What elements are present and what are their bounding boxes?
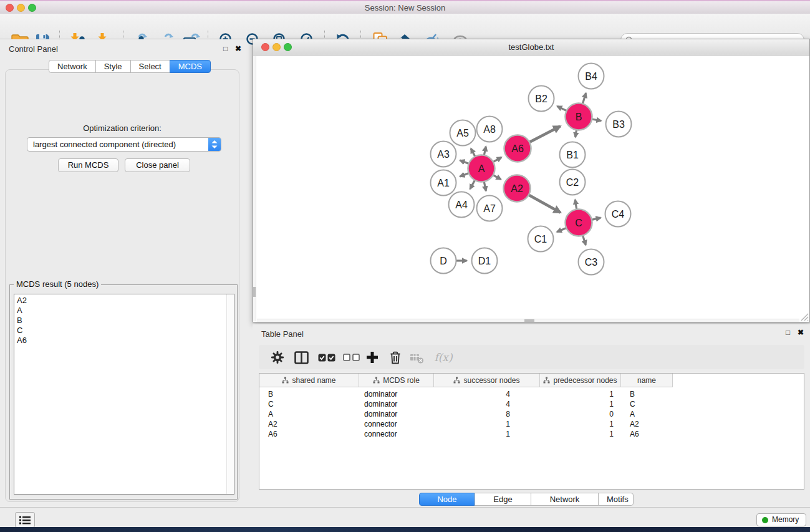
graph-edge[interactable] [484, 147, 486, 155]
memory-button[interactable]: Memory [756, 513, 806, 526]
table-header: shared name MCDS role successor nodes pr… [259, 374, 804, 387]
graph-edge[interactable] [470, 180, 475, 189]
tab-network-table[interactable]: Network Table [531, 493, 599, 506]
criterion-select[interactable]: largest connected component (directed) [27, 137, 221, 152]
mcds-result-group: MCDS result (5 nodes) A2ABCA6 [9, 284, 238, 500]
hierarchy-icon [543, 377, 550, 384]
close-panel-button[interactable]: Close panel [125, 158, 190, 172]
float-panel-icon[interactable]: □ [223, 44, 228, 53]
graph-edge[interactable] [493, 157, 501, 162]
list-icon [18, 515, 32, 526]
mcds-result-item[interactable]: A [17, 306, 225, 316]
function-icon[interactable]: f(x) [432, 349, 455, 365]
table-cell: A [621, 409, 673, 419]
table-row[interactable]: A2connector11A2 [259, 419, 804, 429]
graph-node-label: A7 [483, 203, 496, 214]
graph-edge[interactable] [493, 175, 501, 180]
column-header-mcds-role[interactable]: MCDS role [359, 374, 434, 387]
add-icon[interactable] [364, 349, 381, 365]
network-file-title: testGlobe.txt [253, 42, 809, 52]
graph-edge[interactable] [529, 126, 560, 142]
mcds-result-item[interactable]: A2 [17, 296, 225, 306]
gear-icon[interactable] [269, 349, 286, 365]
graph-edge[interactable] [529, 195, 561, 212]
graph-node-label: A6 [511, 143, 524, 154]
horizontal-scrollbar[interactable] [257, 319, 799, 322]
table-cell: 1 [540, 419, 621, 429]
mcds-result-item[interactable]: C [17, 326, 225, 336]
trash-icon[interactable] [387, 349, 404, 365]
graph-edge[interactable] [460, 173, 469, 177]
network-graph: B4B2BB3A8A5A6A3B1AC2A1A2A4A7C4CC1C3DD1 [254, 56, 809, 322]
deselect-all-icon[interactable] [340, 349, 362, 365]
table-cell: B [621, 389, 673, 399]
table-cell [673, 389, 804, 399]
table-row[interactable]: Adominator80A [259, 409, 804, 419]
graph-edge[interactable] [583, 235, 586, 244]
table-cell: 1 [434, 419, 540, 429]
table-cell: dominator [359, 389, 434, 399]
table-cell: 1 [540, 429, 621, 439]
tab-edge-table[interactable]: Edge Table [475, 493, 531, 506]
network-canvas[interactable]: B4B2BB3A8A5A6A3B1AC2A1A2A4A7C4CC1C3DD1 [254, 56, 809, 322]
vertical-scrollbar[interactable] [253, 56, 256, 321]
graph-node-label: B2 [535, 94, 547, 104]
column-header-shared-name[interactable]: shared name [259, 374, 359, 387]
graph-edge[interactable] [460, 160, 469, 163]
graph-node-label: B1 [566, 150, 579, 160]
network-window-titlebar[interactable]: testGlobe.txt [253, 39, 809, 56]
column-header-predecessor-nodes[interactable]: predecessor nodes [540, 374, 621, 387]
split-columns-icon[interactable] [292, 349, 310, 365]
memory-label: Memory [772, 515, 799, 524]
table-row[interactable]: Cdominator41C [259, 399, 804, 409]
table-cell: B [259, 389, 359, 399]
hierarchy-icon [453, 377, 460, 384]
graph-node-label: A4 [455, 200, 468, 210]
column-header-successor-nodes[interactable]: successor nodes [434, 374, 540, 387]
mcds-result-item[interactable]: A6 [17, 336, 225, 346]
network-view-window: testGlobe.txt B4B2BB3A8A5A6A3B1AC2A1A2A4… [253, 39, 810, 322]
table-row[interactable]: A6connector11A6 [259, 429, 804, 439]
table-row[interactable]: Bdominator41B [259, 389, 804, 399]
graph-edge[interactable] [592, 119, 601, 121]
graph-edge[interactable] [592, 218, 600, 220]
list-scrollbar[interactable] [226, 294, 234, 494]
table-cell: connector [359, 429, 434, 439]
table-cell: 1 [540, 389, 621, 399]
task-history-button[interactable] [15, 512, 35, 528]
mcds-result-item[interactable]: B [17, 316, 225, 326]
table-toolbar: f(x) [259, 345, 804, 369]
graph-edge[interactable] [575, 200, 576, 210]
resize-grip-icon[interactable] [800, 312, 809, 321]
tab-motifs[interactable]: Motifs [598, 493, 634, 506]
node-table: shared name MCDS role successor nodes pr… [259, 373, 804, 490]
run-mcds-button[interactable]: Run MCDS [58, 158, 118, 172]
table-cell [673, 409, 804, 419]
tab-network[interactable]: Network [49, 60, 96, 73]
tab-style[interactable]: Style [95, 60, 131, 73]
graph-edge[interactable] [557, 106, 567, 110]
graph-edge[interactable] [576, 130, 577, 137]
graph-node-label: C [575, 218, 582, 228]
table-cell: A2 [259, 419, 359, 429]
criterion-selected-value: largest connected component (directed) [33, 140, 176, 149]
memory-status-icon [762, 517, 768, 523]
graph-edge[interactable] [471, 148, 475, 157]
graph-edge[interactable] [582, 93, 586, 104]
tab-select[interactable]: Select [130, 60, 170, 73]
header-filler [673, 374, 804, 387]
delete-table-icon[interactable] [408, 349, 426, 365]
graph-edge[interactable] [484, 181, 486, 191]
mcds-result-list[interactable]: A2ABCA6 [14, 294, 234, 495]
column-header-name[interactable]: name [621, 374, 673, 387]
table-body: Bdominator41BCdominator41CAdominator80AA… [259, 387, 804, 439]
graph-node-label: D1 [478, 256, 491, 266]
graph-node-label: D [440, 256, 447, 266]
select-all-icon[interactable] [316, 349, 337, 365]
close-panel-icon[interactable]: ✖ [235, 44, 241, 53]
close-panel-icon[interactable]: ✖ [798, 328, 804, 337]
graph-edge[interactable] [557, 228, 566, 231]
tab-node-table[interactable]: Node Table [419, 493, 475, 506]
float-panel-icon[interactable]: □ [786, 328, 790, 337]
tab-mcds[interactable]: MCDS [170, 60, 211, 73]
